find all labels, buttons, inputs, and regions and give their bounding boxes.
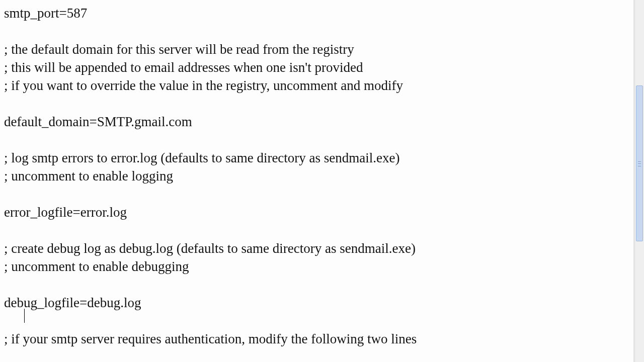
- code-line: [4, 276, 630, 294]
- scrollbar-grip-icon: [638, 161, 641, 166]
- vertical-scrollbar-track[interactable]: [634, 0, 644, 362]
- code-line: [4, 95, 630, 113]
- code-line: ; uncomment to enable debugging: [4, 257, 630, 276]
- code-line: [4, 131, 630, 149]
- code-line: debug_logfile=debug.log: [4, 294, 630, 312]
- text-editor-content[interactable]: smtp_port=587 ; the default domain for t…: [0, 0, 634, 362]
- vertical-scrollbar-thumb[interactable]: [636, 85, 643, 241]
- code-line: [4, 312, 630, 330]
- code-line: smtp_port=587: [4, 4, 630, 22]
- code-line: [4, 221, 630, 239]
- code-line: ; create debug log as debug.log (default…: [4, 239, 630, 257]
- code-line: [4, 185, 630, 203]
- code-line: default_domain=SMTP.gmail.com: [4, 113, 630, 131]
- code-line: ; log smtp errors to error.log (defaults…: [4, 149, 630, 167]
- code-line: ; if you want to override the value in t…: [4, 76, 630, 95]
- code-line: ; uncomment to enable logging: [4, 167, 630, 185]
- code-line: [4, 22, 630, 40]
- text-caret: [24, 309, 25, 323]
- code-line: ; the default domain for this server wil…: [4, 40, 630, 58]
- code-line: ; if your smtp server requires authentic…: [4, 330, 630, 348]
- code-line: ; this will be appended to email address…: [4, 58, 630, 76]
- code-line: error_logfile=error.log: [4, 203, 630, 221]
